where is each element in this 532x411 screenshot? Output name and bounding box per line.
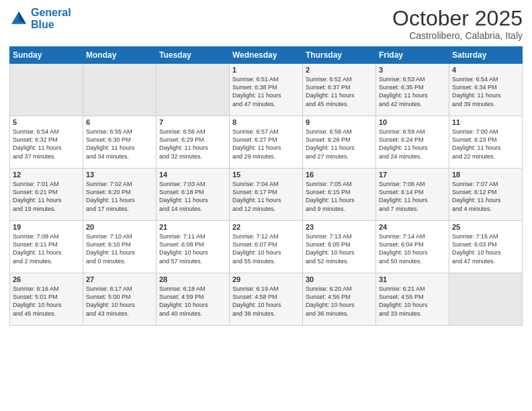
calendar-week-row: 5Sunrise: 6:54 AM Sunset: 6:32 PM Daylig… [10,116,523,169]
logo: General Blue [9,7,71,31]
logo-text: General Blue [31,7,71,31]
calendar-week-row: 12Sunrise: 7:01 AM Sunset: 6:21 PM Dayli… [10,169,523,221]
location-subtitle: Castrolibero, Calabria, Italy [392,30,523,41]
cell-content: Sunrise: 6:16 AM Sunset: 5:01 PM Dayligh… [13,285,80,318]
cell-content: Sunrise: 7:08 AM Sunset: 6:11 PM Dayligh… [13,232,80,265]
calendar-cell: 9Sunrise: 6:58 AM Sunset: 6:26 PM Daylig… [303,116,376,169]
day-number: 29 [232,275,300,283]
calendar-cell: 27Sunrise: 6:17 AM Sunset: 5:00 PM Dayli… [83,273,157,326]
weekday-header: Friday [376,47,449,64]
day-number: 16 [306,171,373,179]
day-number: 23 [306,223,373,231]
calendar-cell: 4Sunrise: 6:54 AM Sunset: 6:34 PM Daylig… [449,64,523,116]
calendar-cell: 7Sunrise: 6:56 AM Sunset: 6:29 PM Daylig… [157,116,230,169]
day-number: 30 [306,275,373,283]
day-number: 18 [452,171,519,179]
calendar-cell: 23Sunrise: 7:13 AM Sunset: 6:05 PM Dayli… [303,221,376,273]
day-number: 17 [379,171,446,179]
calendar-table: SundayMondayTuesdayWednesdayThursdayFrid… [9,46,523,326]
day-number: 19 [13,223,80,231]
calendar-week-row: 19Sunrise: 7:08 AM Sunset: 6:11 PM Dayli… [10,221,523,273]
weekday-header: Thursday [303,47,376,64]
cell-content: Sunrise: 6:17 AM Sunset: 5:00 PM Dayligh… [86,285,153,318]
calendar-cell: 24Sunrise: 7:14 AM Sunset: 6:04 PM Dayli… [376,221,449,273]
calendar-cell: 10Sunrise: 6:59 AM Sunset: 6:24 PM Dayli… [376,116,449,169]
day-number: 27 [86,275,153,283]
cell-content: Sunrise: 6:54 AM Sunset: 6:32 PM Dayligh… [13,128,80,161]
calendar-cell: 26Sunrise: 6:16 AM Sunset: 5:01 PM Dayli… [10,273,83,326]
cell-content: Sunrise: 7:12 AM Sunset: 6:07 PM Dayligh… [232,232,300,265]
calendar-cell: 21Sunrise: 7:11 AM Sunset: 6:08 PM Dayli… [157,221,230,273]
cell-content: Sunrise: 7:00 AM Sunset: 6:23 PM Dayligh… [452,128,519,161]
calendar-cell: 3Sunrise: 6:53 AM Sunset: 6:35 PM Daylig… [376,64,449,116]
day-number: 7 [159,118,226,126]
cell-content: Sunrise: 6:55 AM Sunset: 6:30 PM Dayligh… [86,128,153,161]
day-number: 22 [232,223,300,231]
cell-content: Sunrise: 7:15 AM Sunset: 6:03 PM Dayligh… [452,232,519,265]
calendar-cell: 8Sunrise: 6:57 AM Sunset: 6:27 PM Daylig… [230,116,303,169]
calendar-cell [10,64,83,116]
day-number: 14 [159,171,226,179]
calendar-cell: 28Sunrise: 6:18 AM Sunset: 4:59 PM Dayli… [157,273,230,326]
calendar-cell: 29Sunrise: 6:19 AM Sunset: 4:58 PM Dayli… [230,273,303,326]
calendar-cell: 15Sunrise: 7:04 AM Sunset: 6:17 PM Dayli… [230,169,303,221]
calendar-cell: 6Sunrise: 6:55 AM Sunset: 6:30 PM Daylig… [83,116,157,169]
weekday-header: Tuesday [157,47,230,64]
calendar-cell: 5Sunrise: 6:54 AM Sunset: 6:32 PM Daylig… [10,116,83,169]
cell-content: Sunrise: 7:07 AM Sunset: 6:12 PM Dayligh… [452,180,519,213]
calendar-week-row: 26Sunrise: 6:16 AM Sunset: 5:01 PM Dayli… [10,273,523,326]
calendar-cell: 30Sunrise: 6:20 AM Sunset: 4:56 PM Dayli… [303,273,376,326]
calendar-cell [83,64,157,116]
day-number: 24 [379,223,446,231]
cell-content: Sunrise: 6:56 AM Sunset: 6:29 PM Dayligh… [159,128,226,161]
day-number: 12 [13,171,80,179]
cell-content: Sunrise: 6:53 AM Sunset: 6:35 PM Dayligh… [379,75,446,108]
calendar-cell: 12Sunrise: 7:01 AM Sunset: 6:21 PM Dayli… [10,169,83,221]
cell-content: Sunrise: 6:19 AM Sunset: 4:58 PM Dayligh… [232,285,300,318]
day-number: 31 [379,275,446,283]
calendar-cell [449,273,523,326]
calendar-cell [157,64,230,116]
calendar-cell: 20Sunrise: 7:10 AM Sunset: 6:10 PM Dayli… [83,221,157,273]
cell-content: Sunrise: 7:06 AM Sunset: 6:14 PM Dayligh… [379,180,446,213]
day-number: 4 [452,66,519,74]
calendar-cell: 14Sunrise: 7:03 AM Sunset: 6:18 PM Dayli… [157,169,230,221]
page-container: General Blue October 2025 Castrolibero, … [0,0,532,330]
cell-content: Sunrise: 7:02 AM Sunset: 6:20 PM Dayligh… [86,180,153,213]
calendar-cell: 18Sunrise: 7:07 AM Sunset: 6:12 PM Dayli… [449,169,523,221]
day-number: 2 [306,66,373,74]
cell-content: Sunrise: 7:05 AM Sunset: 6:15 PM Dayligh… [306,180,373,213]
cell-content: Sunrise: 7:01 AM Sunset: 6:21 PM Dayligh… [13,180,80,213]
calendar-week-row: 1Sunrise: 6:51 AM Sunset: 6:38 PM Daylig… [10,64,523,116]
cell-content: Sunrise: 6:20 AM Sunset: 4:56 PM Dayligh… [306,285,373,318]
day-number: 15 [232,171,300,179]
title-block: October 2025 Castrolibero, Calabria, Ita… [392,7,523,41]
cell-content: Sunrise: 6:59 AM Sunset: 6:24 PM Dayligh… [379,128,446,161]
calendar-cell: 17Sunrise: 7:06 AM Sunset: 6:14 PM Dayli… [376,169,449,221]
calendar-cell: 19Sunrise: 7:08 AM Sunset: 6:11 PM Dayli… [10,221,83,273]
day-number: 6 [86,118,153,126]
cell-content: Sunrise: 7:14 AM Sunset: 6:04 PM Dayligh… [379,232,446,265]
weekday-header: Saturday [449,47,523,64]
day-number: 13 [86,171,153,179]
cell-content: Sunrise: 7:11 AM Sunset: 6:08 PM Dayligh… [159,232,226,265]
cell-content: Sunrise: 7:10 AM Sunset: 6:10 PM Dayligh… [86,232,153,265]
calendar-cell: 11Sunrise: 7:00 AM Sunset: 6:23 PM Dayli… [449,116,523,169]
calendar-cell: 25Sunrise: 7:15 AM Sunset: 6:03 PM Dayli… [449,221,523,273]
weekday-header-row: SundayMondayTuesdayWednesdayThursdayFrid… [10,47,523,64]
weekday-header: Wednesday [230,47,303,64]
header: General Blue October 2025 Castrolibero, … [9,7,523,41]
cell-content: Sunrise: 7:03 AM Sunset: 6:18 PM Dayligh… [159,180,226,213]
day-number: 5 [13,118,80,126]
calendar-cell: 13Sunrise: 7:02 AM Sunset: 6:20 PM Dayli… [83,169,157,221]
calendar-cell: 1Sunrise: 6:51 AM Sunset: 6:38 PM Daylig… [230,64,303,116]
logo-icon [9,9,28,28]
day-number: 8 [232,118,300,126]
cell-content: Sunrise: 6:58 AM Sunset: 6:26 PM Dayligh… [306,128,373,161]
day-number: 1 [232,66,300,74]
day-number: 3 [379,66,446,74]
cell-content: Sunrise: 6:52 AM Sunset: 6:37 PM Dayligh… [306,75,373,108]
cell-content: Sunrise: 6:54 AM Sunset: 6:34 PM Dayligh… [452,75,519,108]
cell-content: Sunrise: 6:21 AM Sunset: 4:55 PM Dayligh… [379,285,446,318]
month-title: October 2025 [392,7,523,30]
